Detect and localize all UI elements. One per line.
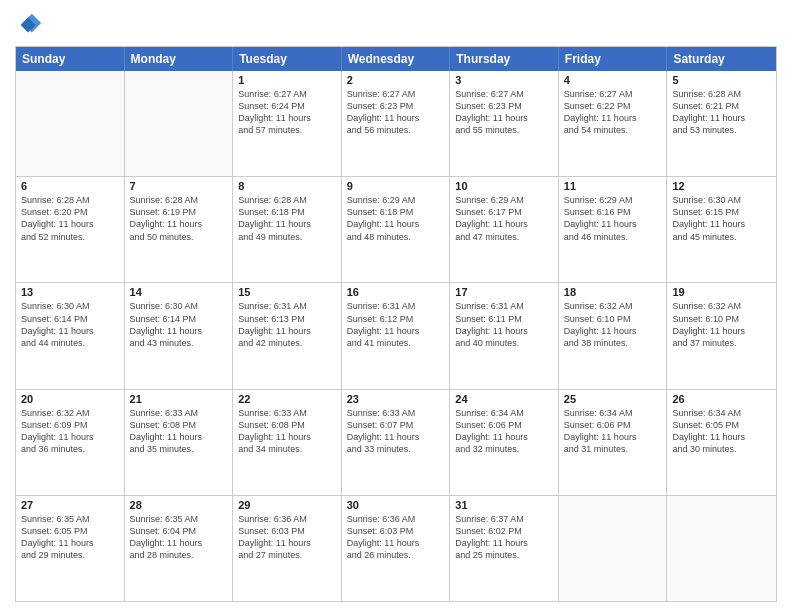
day-number: 3 — [455, 74, 553, 86]
day-number: 24 — [455, 393, 553, 405]
day-number: 20 — [21, 393, 119, 405]
logo-icon — [15, 10, 43, 38]
calendar-cell: 22Sunrise: 6:33 AM Sunset: 6:08 PM Dayli… — [233, 390, 342, 495]
calendar-cell: 6Sunrise: 6:28 AM Sunset: 6:20 PM Daylig… — [16, 177, 125, 282]
cell-info: Sunrise: 6:27 AM Sunset: 6:22 PM Dayligh… — [564, 88, 662, 137]
calendar-cell: 14Sunrise: 6:30 AM Sunset: 6:14 PM Dayli… — [125, 283, 234, 388]
weekday-header: Monday — [125, 47, 234, 71]
day-number: 30 — [347, 499, 445, 511]
logo — [15, 10, 47, 38]
calendar-row: 6Sunrise: 6:28 AM Sunset: 6:20 PM Daylig… — [16, 176, 776, 282]
cell-info: Sunrise: 6:34 AM Sunset: 6:05 PM Dayligh… — [672, 407, 771, 456]
calendar-cell: 17Sunrise: 6:31 AM Sunset: 6:11 PM Dayli… — [450, 283, 559, 388]
day-number: 19 — [672, 286, 771, 298]
cell-info: Sunrise: 6:33 AM Sunset: 6:08 PM Dayligh… — [238, 407, 336, 456]
cell-info: Sunrise: 6:32 AM Sunset: 6:09 PM Dayligh… — [21, 407, 119, 456]
calendar-row: 13Sunrise: 6:30 AM Sunset: 6:14 PM Dayli… — [16, 282, 776, 388]
day-number: 27 — [21, 499, 119, 511]
weekday-header: Thursday — [450, 47, 559, 71]
day-number: 16 — [347, 286, 445, 298]
cell-info: Sunrise: 6:32 AM Sunset: 6:10 PM Dayligh… — [564, 300, 662, 349]
day-number: 22 — [238, 393, 336, 405]
calendar-cell: 15Sunrise: 6:31 AM Sunset: 6:13 PM Dayli… — [233, 283, 342, 388]
cell-info: Sunrise: 6:28 AM Sunset: 6:19 PM Dayligh… — [130, 194, 228, 243]
day-number: 14 — [130, 286, 228, 298]
day-number: 2 — [347, 74, 445, 86]
cell-info: Sunrise: 6:35 AM Sunset: 6:05 PM Dayligh… — [21, 513, 119, 562]
day-number: 10 — [455, 180, 553, 192]
calendar-row: 1Sunrise: 6:27 AM Sunset: 6:24 PM Daylig… — [16, 71, 776, 176]
weekday-header: Friday — [559, 47, 668, 71]
cell-info: Sunrise: 6:27 AM Sunset: 6:23 PM Dayligh… — [347, 88, 445, 137]
calendar-cell: 5Sunrise: 6:28 AM Sunset: 6:21 PM Daylig… — [667, 71, 776, 176]
weekday-header: Saturday — [667, 47, 776, 71]
cell-info: Sunrise: 6:30 AM Sunset: 6:14 PM Dayligh… — [130, 300, 228, 349]
cell-info: Sunrise: 6:36 AM Sunset: 6:03 PM Dayligh… — [238, 513, 336, 562]
calendar-header: SundayMondayTuesdayWednesdayThursdayFrid… — [16, 47, 776, 71]
calendar-cell: 27Sunrise: 6:35 AM Sunset: 6:05 PM Dayli… — [16, 496, 125, 601]
cell-info: Sunrise: 6:29 AM Sunset: 6:18 PM Dayligh… — [347, 194, 445, 243]
calendar-cell: 9Sunrise: 6:29 AM Sunset: 6:18 PM Daylig… — [342, 177, 451, 282]
calendar-cell — [667, 496, 776, 601]
cell-info: Sunrise: 6:30 AM Sunset: 6:15 PM Dayligh… — [672, 194, 771, 243]
cell-info: Sunrise: 6:33 AM Sunset: 6:07 PM Dayligh… — [347, 407, 445, 456]
cell-info: Sunrise: 6:29 AM Sunset: 6:16 PM Dayligh… — [564, 194, 662, 243]
calendar-cell: 12Sunrise: 6:30 AM Sunset: 6:15 PM Dayli… — [667, 177, 776, 282]
cell-info: Sunrise: 6:28 AM Sunset: 6:20 PM Dayligh… — [21, 194, 119, 243]
cell-info: Sunrise: 6:31 AM Sunset: 6:11 PM Dayligh… — [455, 300, 553, 349]
calendar-cell: 24Sunrise: 6:34 AM Sunset: 6:06 PM Dayli… — [450, 390, 559, 495]
cell-info: Sunrise: 6:30 AM Sunset: 6:14 PM Dayligh… — [21, 300, 119, 349]
calendar-cell: 13Sunrise: 6:30 AM Sunset: 6:14 PM Dayli… — [16, 283, 125, 388]
cell-info: Sunrise: 6:37 AM Sunset: 6:02 PM Dayligh… — [455, 513, 553, 562]
weekday-header: Sunday — [16, 47, 125, 71]
calendar-cell — [559, 496, 668, 601]
cell-info: Sunrise: 6:31 AM Sunset: 6:13 PM Dayligh… — [238, 300, 336, 349]
calendar-cell: 26Sunrise: 6:34 AM Sunset: 6:05 PM Dayli… — [667, 390, 776, 495]
cell-info: Sunrise: 6:29 AM Sunset: 6:17 PM Dayligh… — [455, 194, 553, 243]
cell-info: Sunrise: 6:33 AM Sunset: 6:08 PM Dayligh… — [130, 407, 228, 456]
calendar-cell: 4Sunrise: 6:27 AM Sunset: 6:22 PM Daylig… — [559, 71, 668, 176]
calendar-cell: 21Sunrise: 6:33 AM Sunset: 6:08 PM Dayli… — [125, 390, 234, 495]
day-number: 29 — [238, 499, 336, 511]
calendar-cell: 31Sunrise: 6:37 AM Sunset: 6:02 PM Dayli… — [450, 496, 559, 601]
calendar-cell — [16, 71, 125, 176]
day-number: 28 — [130, 499, 228, 511]
calendar-cell: 29Sunrise: 6:36 AM Sunset: 6:03 PM Dayli… — [233, 496, 342, 601]
calendar-row: 20Sunrise: 6:32 AM Sunset: 6:09 PM Dayli… — [16, 389, 776, 495]
cell-info: Sunrise: 6:34 AM Sunset: 6:06 PM Dayligh… — [564, 407, 662, 456]
calendar-cell: 3Sunrise: 6:27 AM Sunset: 6:23 PM Daylig… — [450, 71, 559, 176]
calendar-cell: 30Sunrise: 6:36 AM Sunset: 6:03 PM Dayli… — [342, 496, 451, 601]
cell-info: Sunrise: 6:34 AM Sunset: 6:06 PM Dayligh… — [455, 407, 553, 456]
cell-info: Sunrise: 6:27 AM Sunset: 6:24 PM Dayligh… — [238, 88, 336, 137]
cell-info: Sunrise: 6:28 AM Sunset: 6:18 PM Dayligh… — [238, 194, 336, 243]
header — [15, 10, 777, 38]
day-number: 13 — [21, 286, 119, 298]
cell-info: Sunrise: 6:28 AM Sunset: 6:21 PM Dayligh… — [672, 88, 771, 137]
calendar-cell: 16Sunrise: 6:31 AM Sunset: 6:12 PM Dayli… — [342, 283, 451, 388]
calendar-cell: 23Sunrise: 6:33 AM Sunset: 6:07 PM Dayli… — [342, 390, 451, 495]
day-number: 6 — [21, 180, 119, 192]
day-number: 23 — [347, 393, 445, 405]
cell-info: Sunrise: 6:31 AM Sunset: 6:12 PM Dayligh… — [347, 300, 445, 349]
calendar-cell: 10Sunrise: 6:29 AM Sunset: 6:17 PM Dayli… — [450, 177, 559, 282]
day-number: 17 — [455, 286, 553, 298]
calendar-cell: 7Sunrise: 6:28 AM Sunset: 6:19 PM Daylig… — [125, 177, 234, 282]
page: SundayMondayTuesdayWednesdayThursdayFrid… — [0, 0, 792, 612]
calendar-row: 27Sunrise: 6:35 AM Sunset: 6:05 PM Dayli… — [16, 495, 776, 601]
weekday-header: Wednesday — [342, 47, 451, 71]
day-number: 12 — [672, 180, 771, 192]
calendar-cell: 8Sunrise: 6:28 AM Sunset: 6:18 PM Daylig… — [233, 177, 342, 282]
day-number: 25 — [564, 393, 662, 405]
calendar-body: 1Sunrise: 6:27 AM Sunset: 6:24 PM Daylig… — [16, 71, 776, 601]
day-number: 4 — [564, 74, 662, 86]
cell-info: Sunrise: 6:32 AM Sunset: 6:10 PM Dayligh… — [672, 300, 771, 349]
calendar-cell: 18Sunrise: 6:32 AM Sunset: 6:10 PM Dayli… — [559, 283, 668, 388]
calendar-cell: 28Sunrise: 6:35 AM Sunset: 6:04 PM Dayli… — [125, 496, 234, 601]
calendar-cell: 19Sunrise: 6:32 AM Sunset: 6:10 PM Dayli… — [667, 283, 776, 388]
calendar-cell: 25Sunrise: 6:34 AM Sunset: 6:06 PM Dayli… — [559, 390, 668, 495]
cell-info: Sunrise: 6:27 AM Sunset: 6:23 PM Dayligh… — [455, 88, 553, 137]
calendar: SundayMondayTuesdayWednesdayThursdayFrid… — [15, 46, 777, 602]
calendar-cell: 11Sunrise: 6:29 AM Sunset: 6:16 PM Dayli… — [559, 177, 668, 282]
cell-info: Sunrise: 6:35 AM Sunset: 6:04 PM Dayligh… — [130, 513, 228, 562]
day-number: 8 — [238, 180, 336, 192]
